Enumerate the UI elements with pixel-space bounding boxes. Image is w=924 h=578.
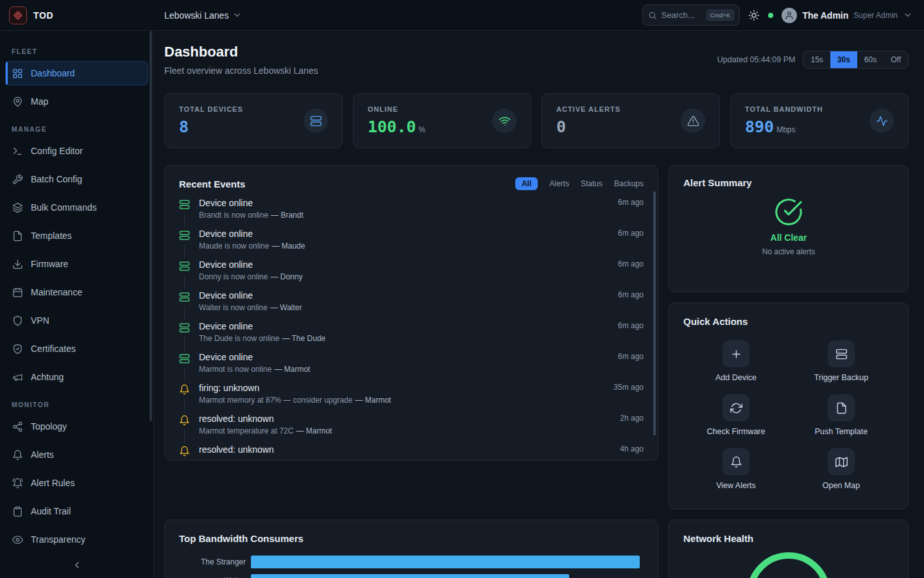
stat-card-online: ONLINE 100.0%: [353, 93, 531, 148]
sidebar-item-map[interactable]: Map: [5, 89, 148, 114]
sidebar-item-label: Dashboard: [31, 68, 75, 78]
sidebar-item-label: Audit Trail: [31, 506, 71, 516]
sidebar-collapse-button[interactable]: [0, 555, 153, 575]
event-time: 6m ago: [612, 229, 644, 238]
org-switcher[interactable]: Lebowski Lanes: [164, 10, 242, 21]
event-row[interactable]: firing: unknown Marmot memory at 87% — c…: [179, 381, 644, 412]
event-description: Marmot temperature at 72C— Marmot: [199, 426, 332, 435]
download-icon: [12, 259, 23, 270]
quick-action-push-template[interactable]: Push Template: [789, 393, 894, 437]
event-row[interactable]: Device online Marmot is now online— Marm…: [179, 351, 644, 381]
stat-card-total-devices: TOTAL DEVICES 8: [164, 93, 343, 148]
page-subtitle: Fleet overview across Lebowski Lanes: [164, 66, 318, 76]
event-list: Device online Brandt is now online— Bran…: [179, 197, 644, 460]
search-input[interactable]: [661, 10, 702, 20]
event-row[interactable]: resolved: unknown 4h ago: [179, 443, 644, 460]
search-box[interactable]: Cmd+K: [642, 4, 740, 26]
sidebar-item-topology[interactable]: Topology: [5, 414, 148, 439]
event-time: 6m ago: [612, 259, 644, 268]
bell-icon: [179, 384, 190, 395]
sidebar-item-certificates[interactable]: Certificates: [5, 337, 148, 361]
refresh-interval-segmented-control: 15s 30s 60s Off: [803, 51, 909, 69]
app-brand: TOD: [0, 6, 154, 24]
sidebar-item-label: Firmware: [31, 259, 68, 269]
quick-action-open-map[interactable]: Open Map: [789, 447, 894, 491]
user-menu[interactable]: The Admin Super Admin: [782, 8, 912, 23]
sidebar-item-achtung[interactable]: Achtung: [5, 365, 148, 389]
event-title: Device online: [199, 290, 302, 301]
sidebar-item-maintenance[interactable]: Maintenance: [5, 280, 148, 304]
bandwidth-bar-track: [251, 574, 644, 578]
map-icon: [828, 448, 855, 475]
tab-alerts[interactable]: Alerts: [549, 179, 569, 188]
server-icon: [179, 322, 190, 333]
bell-icon: [12, 450, 23, 460]
event-row[interactable]: Device online Donny is now online— Donny…: [179, 258, 644, 289]
alert-detail-text: No active alerts: [762, 247, 816, 256]
sidebar-item-audit-trail[interactable]: Audit Trail: [5, 499, 148, 523]
quick-action-add-device[interactable]: Add Device: [683, 339, 789, 383]
event-title: Device online: [199, 321, 325, 331]
stat-label: TOTAL BANDWIDTH: [745, 105, 823, 113]
sidebar-item-batch-config[interactable]: Batch Config: [5, 167, 148, 191]
bell-icon: [179, 415, 190, 426]
wifi-icon: [492, 109, 517, 133]
event-title: Device online: [199, 198, 304, 208]
sidebar-item-label: Templates: [31, 231, 72, 241]
refresh-30s-button[interactable]: 30s: [830, 51, 857, 68]
sidebar-item-label: VPN: [31, 315, 49, 326]
event-row[interactable]: resolved: unknown Marmot temperature at …: [179, 412, 644, 443]
sidebar-item-alerts[interactable]: Alerts: [5, 442, 148, 467]
quick-action-view-alerts[interactable]: View Alerts: [683, 447, 789, 491]
sidebar-item-alert-rules[interactable]: Alert Rules: [5, 471, 148, 495]
main-content: Dashboard Fleet overview across Lebowski…: [154, 31, 924, 578]
eye-icon: [12, 534, 23, 545]
tab-backups[interactable]: Backups: [614, 179, 644, 188]
sidebar-item-label: Config Editor: [31, 146, 83, 156]
event-row[interactable]: Device online Walter is now online— Walt…: [179, 289, 644, 320]
stats-row: TOTAL DEVICES 8 ONLINE 100.0% ACTIVE ALE…: [164, 93, 909, 148]
user-role: Super Admin: [853, 11, 898, 20]
user-avatar: [782, 8, 797, 23]
event-time: 35m ago: [607, 383, 644, 392]
topbar: TOD Lebowski Lanes Cmd+K The Admin Super…: [0, 0, 924, 31]
sidebar-section-monitor: MONITOR: [5, 393, 148, 414]
quick-action-check-firmware[interactable]: Check Firmware: [683, 393, 789, 437]
event-row[interactable]: Device online Maude is now online— Maude…: [179, 227, 644, 258]
sidebar-scrollbar[interactable]: [150, 31, 152, 421]
megaphone-icon: [12, 372, 23, 383]
theme-toggle-sun-icon[interactable]: [748, 10, 760, 21]
server-icon: [179, 261, 190, 272]
sidebar-item-transparency[interactable]: Transparency: [5, 527, 148, 552]
refresh-off-button[interactable]: Off: [884, 51, 908, 68]
calendar-icon: [12, 287, 23, 298]
event-row[interactable]: Device online Brandt is now online— Bran…: [179, 197, 644, 227]
connection-status-dot: [768, 13, 773, 18]
event-time: 4h ago: [613, 444, 644, 453]
sidebar-section-manage: MANAGE: [5, 118, 148, 139]
refresh-15s-button[interactable]: 15s: [803, 51, 830, 68]
sidebar-item-templates[interactable]: Templates: [5, 223, 148, 248]
refresh-60s-button[interactable]: 60s: [857, 51, 884, 68]
brand-name: TOD: [33, 10, 53, 21]
org-name: Lebowski Lanes: [164, 10, 228, 21]
events-scrollbar[interactable]: [653, 191, 656, 435]
clipboard-icon: [12, 506, 23, 517]
server-icon: [179, 292, 190, 302]
sidebar-item-config-editor[interactable]: Config Editor: [5, 139, 148, 163]
sidebar: FLEET Dashboard Map MANAGE Config Editor…: [0, 31, 154, 578]
sidebar-item-bulk-commands[interactable]: Bulk Commands: [5, 195, 148, 220]
sidebar-item-dashboard[interactable]: Dashboard: [5, 61, 148, 85]
shield-icon: [12, 315, 23, 326]
bandwidth-title: Top Bandwidth Consumers: [179, 533, 644, 544]
server-icon: [179, 199, 190, 210]
event-title: resolved: unknown: [199, 414, 332, 424]
stat-label: TOTAL DEVICES: [179, 105, 243, 113]
sidebar-item-vpn[interactable]: VPN: [5, 308, 148, 333]
sidebar-item-firmware[interactable]: Firmware: [5, 252, 148, 276]
quick-action-trigger-backup[interactable]: Trigger Backup: [789, 339, 894, 383]
tab-status[interactable]: Status: [581, 179, 603, 188]
event-row[interactable]: Device online The Dude is now online— Th…: [179, 320, 644, 351]
quick-actions-card: Quick Actions Add Device Trigger Backup …: [669, 302, 909, 509]
tab-all[interactable]: All: [515, 177, 538, 190]
